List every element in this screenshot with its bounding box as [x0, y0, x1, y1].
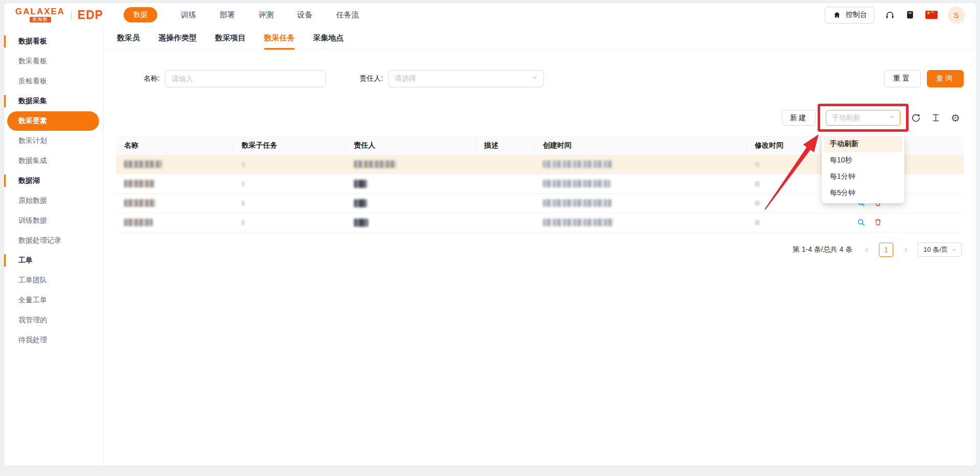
refresh-dropdown-menu: 手动刷新每10秒每1分钟每5分钟	[822, 134, 904, 203]
docs-icon[interactable]	[905, 10, 915, 20]
sidebar-item-13[interactable]: 全量工单	[4, 291, 103, 310]
column-header-2: 责任人	[346, 136, 476, 155]
refresh-interval-select[interactable]: 手动刷新	[826, 110, 900, 126]
table-row-3[interactable]	[116, 213, 964, 232]
header-right: 控制台 ★★★ S	[825, 7, 965, 23]
owner-filter-label: 责任人:	[360, 74, 383, 83]
redacted-subtask	[242, 201, 245, 206]
redacted-name	[124, 180, 155, 187]
top-nav: 数据训练部署评测设备任务流	[124, 7, 359, 22]
new-button[interactable]: 新建	[782, 110, 816, 126]
home-icon	[832, 10, 842, 20]
name-filter-label: 名称:	[144, 74, 160, 83]
name-filter-input[interactable]	[165, 70, 326, 87]
refresh-option-0[interactable]: 手动刷新	[824, 136, 902, 152]
redacted-modified-time	[755, 201, 760, 206]
console-button[interactable]: 控制台	[825, 7, 874, 23]
chevron-down-icon	[531, 74, 538, 83]
redacted-modified-time	[755, 162, 760, 167]
top-header: GALAXEA 星海图 | EDP 数据训练部署评测设备任务流 控制台	[4, 3, 976, 27]
redacted-subtask	[242, 181, 245, 186]
filter-row: 名称: 责任人: 请选择 重置 查询	[144, 70, 964, 87]
sidebar-item-10[interactable]: 数据处理记录	[4, 231, 103, 250]
tab-1[interactable]: 遥操作类型	[158, 27, 197, 49]
sidebar-item-3[interactable]: 数据采集	[4, 91, 103, 111]
refresh-icon[interactable]	[911, 113, 921, 123]
sidebar-item-9[interactable]: 训练数据	[4, 211, 103, 230]
column-header-0: 名称	[116, 136, 233, 155]
tab-bar: 数采员遥操作类型数采项目数采任务采集地点	[104, 27, 976, 50]
refresh-option-2[interactable]: 每1分钟	[824, 169, 902, 185]
reset-button[interactable]: 重置	[884, 70, 921, 87]
table-tools: ⚙	[911, 113, 961, 123]
nav-item-5[interactable]: 任务流	[336, 10, 359, 20]
redacted-name	[124, 199, 156, 207]
sidebar-item-5[interactable]: 数采计划	[4, 131, 103, 151]
redacted-created-time	[543, 219, 613, 226]
page-number-button[interactable]: 1	[879, 243, 893, 257]
nav-item-1[interactable]: 训练	[181, 10, 196, 20]
redacted-created-time	[543, 160, 612, 168]
logo-subtext: 星海图	[30, 17, 51, 22]
chevron-down-icon	[951, 247, 957, 253]
tab-0[interactable]: 数采员	[117, 27, 140, 49]
tab-2[interactable]: 数采项目	[215, 27, 246, 49]
redacted-name	[124, 160, 162, 168]
nav-item-0[interactable]: 数据	[124, 7, 157, 22]
table-toolbar: 新建 手动刷新 手动刷新每10秒每1分钟每5分钟	[116, 110, 961, 126]
refresh-select-value: 手动刷新	[832, 113, 861, 123]
sidebar-item-14[interactable]: 我管理的	[4, 311, 103, 330]
sidebar-item-8[interactable]: 原始数据	[4, 191, 103, 210]
logo-text: GALAXEA	[15, 7, 65, 16]
view-icon[interactable]	[857, 218, 866, 227]
nav-item-3[interactable]: 评测	[258, 10, 274, 20]
language-flag-icon[interactable]: ★★★	[925, 11, 938, 19]
redacted-created-time	[543, 199, 611, 207]
chevron-down-icon	[888, 113, 895, 123]
row-actions	[857, 218, 882, 227]
redacted-subtask	[242, 220, 245, 225]
page-size-select[interactable]: 10 条/页	[918, 243, 962, 257]
search-button[interactable]: 查询	[927, 70, 964, 87]
owner-filter-select[interactable]: 请选择	[388, 70, 544, 87]
nav-item-2[interactable]: 部署	[220, 10, 235, 20]
product-name: EDP	[78, 8, 103, 22]
sidebar-item-11[interactable]: 工单	[4, 251, 103, 270]
refresh-select-wrap: 手动刷新 手动刷新每10秒每1分钟每5分钟	[826, 110, 900, 126]
redacted-owner	[354, 180, 367, 188]
main-content: 数采员遥操作类型数采项目数采任务采集地点 名称: 责任人: 请选择 重置	[104, 27, 976, 466]
redacted-created-time	[543, 180, 610, 187]
column-header-4: 创建时间	[535, 136, 747, 155]
refresh-option-3[interactable]: 每5分钟	[824, 185, 902, 201]
row-density-icon[interactable]	[930, 113, 941, 123]
brand-divider: |	[70, 10, 73, 20]
redacted-modified-time	[755, 220, 760, 225]
sidebar-item-0[interactable]: 数据看板	[4, 32, 103, 51]
page-size-value: 10 条/页	[923, 245, 948, 254]
avatar-initial: S	[953, 11, 959, 19]
sidebar-item-4[interactable]: 数采要素	[7, 111, 99, 131]
user-avatar[interactable]: S	[948, 7, 965, 23]
tab-4[interactable]: 采集地点	[313, 27, 344, 49]
brand: GALAXEA 星海图 | EDP	[15, 7, 103, 22]
sidebar-item-2[interactable]: 质检看板	[4, 72, 103, 91]
delete-icon[interactable]	[874, 218, 882, 227]
sidebar-item-6[interactable]: 数据集成	[4, 151, 103, 171]
owner-filter-group: 责任人: 请选择	[360, 70, 544, 87]
next-page-icon[interactable]	[899, 244, 912, 256]
headset-icon[interactable]	[885, 10, 895, 20]
redacted-name	[124, 219, 153, 226]
sidebar-item-15[interactable]: 待我处理	[4, 330, 103, 350]
refresh-option-1[interactable]: 每10秒	[824, 152, 902, 169]
sidebar-item-7[interactable]: 数据湖	[4, 171, 103, 191]
sidebar: 数据看板数采看板质检看板数据采集数采要素数采计划数据集成数据湖原始数据训练数据数…	[4, 27, 104, 466]
pagination-summary: 第 1-4 条/总共 4 条	[793, 245, 852, 254]
prev-page-icon[interactable]	[861, 244, 873, 256]
tab-3[interactable]: 数采任务	[264, 27, 295, 49]
pagination: 第 1-4 条/总共 4 条 1 10 条/页	[104, 243, 962, 257]
settings-gear-icon[interactable]: ⚙	[950, 113, 961, 123]
sidebar-item-12[interactable]: 工单团队	[4, 271, 103, 290]
nav-item-4[interactable]: 设备	[297, 10, 313, 20]
redacted-owner	[354, 199, 367, 207]
sidebar-item-1[interactable]: 数采看板	[4, 52, 103, 71]
